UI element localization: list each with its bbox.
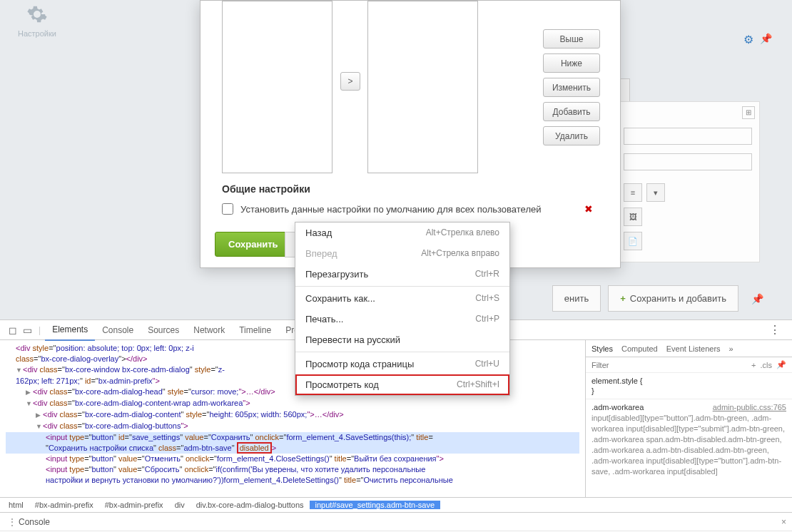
- save-and-add-button[interactable]: + Сохранить и добавить: [608, 285, 738, 312]
- add-style-icon[interactable]: +: [751, 361, 756, 369]
- file-btn[interactable]: 📄: [624, 232, 642, 250]
- more-styles-tabs[interactable]: »: [729, 344, 733, 353]
- inspect-icon[interactable]: ◻: [6, 324, 20, 336]
- plus-icon: +: [620, 293, 626, 304]
- align-btn-2[interactable]: ▾: [646, 183, 665, 202]
- disabled-attribute-highlight: disabled: [237, 442, 272, 454]
- top-pin-icon[interactable]: 📌: [760, 33, 772, 44]
- available-list[interactable]: [222, 1, 332, 173]
- ctx-inspect[interactable]: Просмотреть кодCtrl+Shift+I: [295, 374, 509, 395]
- console-close-icon[interactable]: ×: [781, 517, 786, 527]
- device-icon[interactable]: ▭: [20, 324, 34, 336]
- styles-filter-input[interactable]: [592, 361, 747, 369]
- default-for-all-label: Установить данные настройки по умолчанию…: [240, 204, 541, 215]
- elements-breadcrumb: html #bx-admin-prefix #bx-admin-prefix d…: [0, 497, 792, 513]
- tab-console[interactable]: Console: [95, 320, 141, 340]
- style-source-link[interactable]: admin-public.css:765: [713, 402, 786, 412]
- selector-text: input[disabled][type="button"].adm-btn-g…: [592, 414, 785, 476]
- save-settings-button[interactable]: Сохранить: [215, 232, 292, 257]
- styles-panel: Styles Computed Event Listeners » + .cls…: [585, 340, 792, 497]
- element-style-rule[interactable]: element.style {: [592, 376, 786, 386]
- add-button[interactable]: Добавить: [543, 102, 600, 121]
- tab-sources[interactable]: Sources: [141, 320, 186, 340]
- general-settings-title: Общие настройки: [222, 183, 310, 195]
- ctx-forward: ВпередAlt+Стрелка вправо: [295, 243, 509, 264]
- align-btn-1[interactable]: ≡: [624, 183, 642, 202]
- selected-list[interactable]: [367, 1, 478, 173]
- settings-menu[interactable]: Настройки: [18, 4, 56, 38]
- ctx-reload[interactable]: ПерезагрузитьCtrl+R: [295, 264, 509, 285]
- tab-network[interactable]: Network: [186, 320, 232, 340]
- console-toggle-icon[interactable]: ⋮: [6, 517, 19, 527]
- move-right-button[interactable]: >: [340, 72, 360, 91]
- image-btn[interactable]: 🖼: [624, 208, 642, 226]
- tab-elements[interactable]: Elements: [45, 319, 95, 341]
- bc-prefix1[interactable]: #bx-admin-prefix: [29, 501, 99, 509]
- down-button[interactable]: Ниже: [543, 53, 600, 73]
- apply-button[interactable]: енить: [552, 285, 601, 312]
- bc-prefix2[interactable]: #bx-admin-prefix: [99, 501, 169, 509]
- bottom-pin-icon[interactable]: 📌: [746, 293, 769, 305]
- panel-input-2[interactable]: [624, 153, 752, 170]
- cls-toggle[interactable]: .cls: [761, 361, 773, 369]
- ctx-separator: [295, 352, 509, 352]
- delete-button[interactable]: Удалить: [543, 126, 600, 145]
- ctx-view-source[interactable]: Просмотр кода страницыCtrl+U: [295, 354, 509, 374]
- context-menu: НазадAlt+Стрелка влево ВпередAlt+Стрелка…: [295, 222, 510, 396]
- console-label[interactable]: Console: [19, 517, 50, 527]
- styles-pin-icon[interactable]: 📌: [776, 360, 786, 369]
- ctx-back[interactable]: НазадAlt+Стрелка влево: [295, 222, 509, 243]
- event-listeners-tab[interactable]: Event Listeners: [666, 344, 721, 353]
- computed-tab[interactable]: Computed: [621, 344, 658, 353]
- ctx-save-as[interactable]: Сохранить как...Ctrl+S: [295, 288, 509, 309]
- right-panel: ⊞ ≡ ▾ 🖼 📄: [617, 101, 760, 262]
- up-button[interactable]: Выше: [543, 29, 600, 48]
- default-for-all-checkbox[interactable]: [222, 203, 233, 215]
- styles-tab[interactable]: Styles: [592, 344, 613, 353]
- bc-input-save[interactable]: input#save_settings.adm-btn-save: [310, 501, 441, 509]
- delete-icon[interactable]: ✖: [584, 203, 593, 215]
- panel-input-1[interactable]: [624, 128, 752, 145]
- devtools-more[interactable]: ⋮: [763, 323, 786, 337]
- save-add-label: Сохранить и добавить: [630, 293, 726, 304]
- ctx-separator: [295, 286, 509, 287]
- settings-label: Настройки: [18, 29, 56, 38]
- bc-div[interactable]: div: [169, 501, 191, 509]
- edit-button[interactable]: Изменить: [543, 78, 600, 97]
- ctx-translate[interactable]: Перевести на русский: [295, 329, 509, 350]
- tab-timeline[interactable]: Timeline: [232, 320, 278, 340]
- panel-settings-icon[interactable]: ⊞: [742, 106, 755, 119]
- top-gear-icon[interactable]: ⚙: [743, 33, 753, 46]
- gear-icon: [26, 4, 48, 25]
- bc-buttons-div[interactable]: div.bx-core-adm-dialog-buttons: [191, 501, 310, 509]
- bc-html[interactable]: html: [3, 501, 29, 509]
- ctx-print[interactable]: Печать...Ctrl+P: [295, 309, 509, 329]
